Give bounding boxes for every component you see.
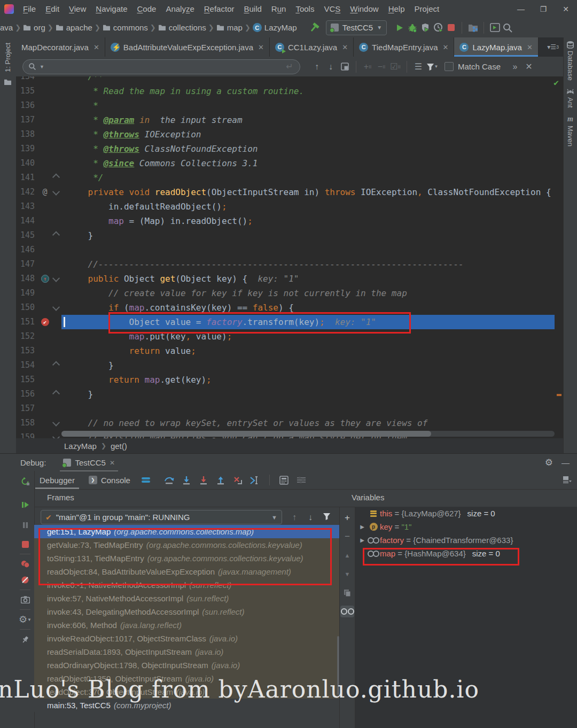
fold-marker[interactable]	[51, 76, 61, 84]
code-line-144[interactable]: 144 map = (Map) in.readObject();	[16, 214, 563, 228]
fold-marker[interactable]	[51, 344, 61, 358]
pin-icon[interactable]	[19, 633, 31, 645]
find-options-icon[interactable]: ☰	[411, 60, 425, 74]
horizontal-scrollbar-thumb[interactable]	[61, 431, 431, 437]
minimize-button[interactable]: —	[510, 0, 532, 18]
remove-selection-icon[interactable]: −II	[375, 60, 388, 74]
search-history-chevron-icon[interactable]: ▼	[40, 64, 44, 69]
new-line-icon[interactable]: ↵	[285, 60, 294, 74]
menu-refactor[interactable]: Refactor	[199, 4, 239, 13]
fold-marker[interactable]	[51, 199, 61, 214]
close-tab-icon[interactable]: ✕	[527, 43, 533, 51]
frame-row[interactable]: readObject:84, BadAttributeValueExpExcep…	[34, 565, 339, 578]
fold-marker[interactable]	[51, 373, 61, 387]
tab-debugger[interactable]: Debugger	[34, 471, 80, 489]
show-watches-icon[interactable]	[340, 606, 354, 617]
fold-marker[interactable]	[51, 416, 61, 430]
fold-marker[interactable]	[51, 286, 61, 300]
rerun-icon[interactable]	[19, 475, 31, 487]
frame-row[interactable]: getValue:73, TiedMapEntry(org.apache.com…	[34, 538, 339, 552]
menu-tools[interactable]: Tools	[291, 4, 319, 13]
close-find-icon[interactable]: ✕	[522, 60, 536, 74]
code-line-140[interactable]: 140 * @since Commons Collections 3.1	[16, 156, 563, 171]
close-tab-icon[interactable]: ✕	[93, 43, 99, 51]
fold-marker[interactable]	[51, 214, 61, 228]
menu-file[interactable]: File	[18, 4, 41, 13]
code-line-135[interactable]: 135 * Read the map in using a custom rou…	[16, 84, 563, 98]
fold-marker[interactable]	[51, 98, 61, 113]
mute-breakpoints-icon[interactable]	[19, 574, 31, 586]
run-button[interactable]	[393, 21, 406, 34]
frames-filter-icon[interactable]	[318, 513, 334, 522]
menu-analyze[interactable]: Analyze	[161, 4, 199, 13]
fold-marker[interactable]	[51, 127, 61, 142]
fold-marker[interactable]	[51, 329, 61, 344]
fold-marker[interactable]	[51, 401, 61, 416]
run-configuration-select[interactable]: TestCC5 ▼	[326, 20, 387, 35]
breakpoint-icon[interactable]: ✔	[38, 315, 51, 329]
more-options-icon[interactable]: »	[508, 60, 522, 74]
code-line-157[interactable]: 157	[16, 401, 563, 416]
code-line-149[interactable]: 149 // create value for key if key is no…	[16, 286, 563, 300]
ant-tool-window-button[interactable]: Ant	[566, 97, 574, 108]
editor-tab-MapDecorator.java[interactable]: MapDecorator.java✕	[16, 37, 105, 57]
code-line-152[interactable]: 152 map.put(key, value);	[16, 329, 563, 344]
editor-tab-TiedMapEntry.java[interactable]: CTiedMapEntry.java✕	[354, 37, 454, 57]
show-execution-point-icon[interactable]	[139, 474, 153, 486]
filter-icon[interactable]: ▼	[425, 60, 439, 74]
code-line-154[interactable]: 154 }	[16, 358, 563, 373]
code-line-137[interactable]: 137 * @param in the input stream	[16, 113, 563, 127]
editor-tab-CC1Lazy.java[interactable]: CCC1Lazy.java✕	[270, 37, 354, 57]
frame-row[interactable]: readOrdinaryObject:1798, ObjectInputStre…	[34, 659, 339, 672]
fold-marker[interactable]	[51, 228, 61, 243]
frame-row[interactable]: toString:131, TiedMapEntry(org.apache.co…	[34, 552, 339, 565]
menu-run[interactable]: Run	[267, 4, 291, 13]
step-over-icon[interactable]	[162, 474, 176, 486]
variable-row-key[interactable]: ▶pkey = "1"	[355, 520, 577, 533]
code-line-139[interactable]: 139 * @throws ClassNotFoundException	[16, 142, 563, 156]
search-input[interactable]	[48, 62, 282, 72]
menu-help[interactable]: Help	[384, 4, 410, 13]
menu-vcs[interactable]: VCS	[319, 4, 345, 13]
build-hammer-icon[interactable]	[308, 21, 321, 34]
search-field[interactable]: ▼ ↵	[22, 59, 300, 74]
error-stripe-mark[interactable]	[557, 394, 562, 396]
breadcrumb-item-map[interactable]: map	[216, 23, 243, 32]
previous-occurrence-icon[interactable]: ↑	[310, 60, 324, 74]
profiler-button[interactable]	[432, 21, 445, 34]
code-line-134[interactable]: 134 /**	[16, 76, 563, 84]
editor-tab-BadAttributeValueExpException.java[interactable]: ⚡BadAttributeValueExpException.java✕	[105, 37, 270, 57]
menu-project[interactable]: Project	[410, 4, 445, 13]
code-line-141[interactable]: 141 */	[16, 171, 563, 185]
menu-code[interactable]: Code	[132, 4, 161, 13]
code-line-145[interactable]: 145 }	[16, 228, 563, 243]
code-line-150[interactable]: 150 if (map.containsKey(key) == false) {	[16, 300, 563, 315]
run-anything-icon[interactable]	[488, 21, 501, 34]
step-out-icon[interactable]	[214, 474, 228, 486]
stop-button[interactable]	[445, 21, 457, 34]
frame-row[interactable]: invokeReadObject:1017, ObjectStreamClass…	[34, 632, 339, 645]
editor-tab-LazyMap.java[interactable]: CLazyMap.java✕	[454, 37, 538, 57]
close-tab-icon[interactable]: ✕	[342, 43, 348, 51]
maximize-button[interactable]: ❐	[532, 0, 555, 18]
code-line-136[interactable]: 136 *	[16, 98, 563, 113]
close-tab-icon[interactable]: ✕	[258, 43, 264, 51]
force-step-into-icon[interactable]	[197, 474, 210, 486]
frame-up-icon[interactable]: ↑	[286, 513, 302, 522]
menu-view[interactable]: View	[64, 4, 91, 13]
code-line-153[interactable]: 153 return value;	[16, 344, 563, 358]
code-line-151[interactable]: 151✔ Object value = factory.transform(ke…	[16, 315, 563, 329]
gear-icon[interactable]: ⚙	[545, 457, 553, 468]
fold-marker[interactable]	[51, 358, 61, 373]
restore-layout-icon[interactable]	[563, 476, 572, 484]
code-line-147[interactable]: 147 //----------------------------------…	[16, 257, 563, 272]
open-in-find-window-icon[interactable]	[338, 60, 352, 74]
breadcrumb-item-LazyMap[interactable]: CLazyMap	[253, 23, 297, 32]
fold-marker[interactable]	[51, 113, 61, 127]
database-tool-window-button[interactable]: Database	[566, 51, 574, 81]
close-tab-icon[interactable]: ✕	[443, 43, 449, 51]
menu-window[interactable]: Window	[345, 4, 383, 13]
fold-marker[interactable]	[51, 300, 61, 315]
fold-marker[interactable]	[51, 142, 61, 156]
frame-row[interactable]: invoke:606, Method(java.lang.reflect)	[34, 618, 339, 632]
